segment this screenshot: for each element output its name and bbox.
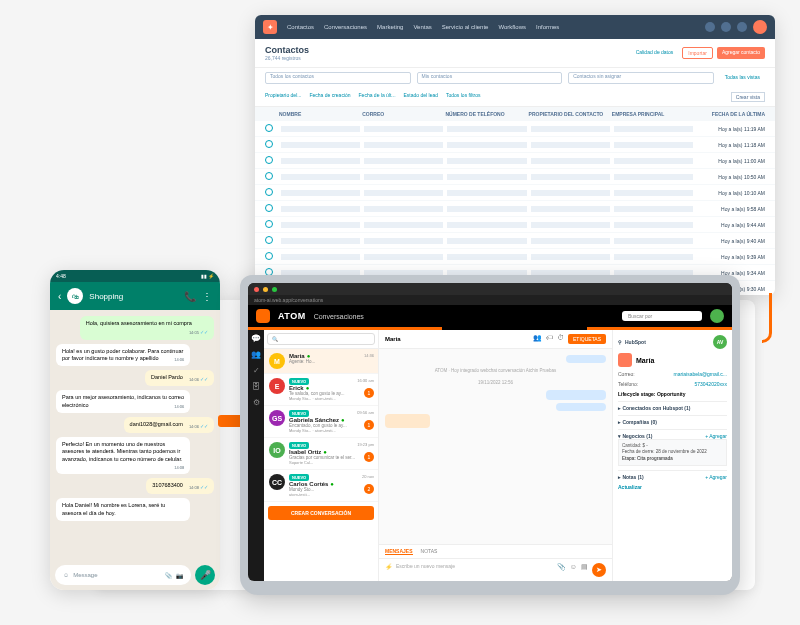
import-button[interactable]: Importar [682,47,713,59]
message-input[interactable]: Escribe un nuevo mensaje [396,563,553,577]
row-checkbox-icon[interactable] [265,188,273,196]
maximize-window-icon[interactable] [272,287,277,292]
row-checkbox-icon[interactable] [265,204,273,212]
sidebar-tasks-icon[interactable]: ✓ [251,366,261,376]
sidebar-settings-icon[interactable]: ⚙ [251,398,261,408]
col-name[interactable]: NOMBRE [279,111,362,117]
table-row[interactable]: Hoy a la(s) 9:44 AM [255,217,775,233]
nav-ventas[interactable]: Ventas [413,24,431,30]
tab-notes[interactable]: NOTAS [421,548,438,555]
chat-title[interactable]: Shopping [89,292,178,301]
menu-icon[interactable]: ⋮ [202,291,212,302]
row-checkbox-icon[interactable] [265,252,273,260]
sidebar-contacts-icon[interactable]: 👥 [251,350,261,360]
filter-all[interactable]: Todos los filtros [446,92,480,102]
nav-marketing[interactable]: Marketing [377,24,403,30]
conversation-item[interactable]: ENUEVO Erick ●Te saluda, con gusto le ay… [264,374,378,406]
update-button[interactable]: Actualizar [618,484,727,490]
table-row[interactable]: Hoy a la(s) 9:58 AM [255,201,775,217]
conv-search-input[interactable]: 🔍 [267,333,375,345]
tag-icon[interactable]: 🏷 [546,334,553,344]
nav-workflows[interactable]: Workflows [498,24,526,30]
conversation-item[interactable]: IONUEVO Isabel Ortiz ●Gracias por comuni… [264,438,378,470]
notes-section[interactable]: ▸ Notas (1)+ Agregar [618,474,727,480]
tab-messages[interactable]: MENSAJES [385,548,413,555]
nav-conversaciones[interactable]: Conversaciones [324,24,367,30]
group-icon[interactable]: 👥 [533,334,542,344]
col-company[interactable]: EMPRESA PRINCIPAL [612,111,695,117]
user-avatar[interactable] [710,309,724,323]
settings-icon[interactable] [705,22,715,32]
address-bar[interactable]: atom-ai.web.app/conversations [248,295,732,305]
row-date: Hoy a la(s) 9:58 AM [695,206,765,212]
nav-contactos[interactable]: Contactos [287,24,314,30]
tags-button[interactable]: ETIQUETAS [568,334,606,344]
filter-create-date[interactable]: Fecha de creación [309,92,350,102]
table-row[interactable]: Hoy a la(s) 11:18 AM [255,137,775,153]
global-search[interactable]: Buscar por [622,311,702,321]
row-date: Hoy a la(s) 10:10 AM [695,190,765,196]
col-phone[interactable]: NÚMERO DE TELÉFONO [445,111,528,117]
deal-card[interactable]: Cantidad: $ - Fecha de cierre: 28 de nov… [618,439,727,466]
add-deal-button[interactable]: + Agregar [705,433,727,439]
send-button[interactable]: ➤ [592,563,606,577]
table-row[interactable]: Hoy a la(s) 11:19 AM [255,121,775,137]
user-avatar[interactable] [753,20,767,34]
create-view-button[interactable]: Crear vista [731,92,765,102]
emoji-icon[interactable]: ☺ [570,563,577,577]
table-row[interactable]: Hoy a la(s) 9:39 AM [255,249,775,265]
view-unassigned[interactable]: Contactos sin asignar [568,72,714,84]
conversation-item[interactable]: MMaria ●Agente: Ho...14:36 [264,349,378,374]
row-checkbox-icon[interactable] [265,140,273,148]
filter-last-date[interactable]: Fecha de la últ... [359,92,396,102]
row-checkbox-icon[interactable] [265,220,273,228]
filter-lead-status[interactable]: Estado del lead [404,92,438,102]
sidebar-chat-icon[interactable]: 💬 [251,334,261,344]
template-icon[interactable]: ▤ [581,563,588,577]
row-checkbox-icon[interactable] [265,124,273,132]
row-checkbox-icon[interactable] [265,236,273,244]
col-email[interactable]: CORREO [362,111,445,117]
close-window-icon[interactable] [254,287,259,292]
table-row[interactable]: Hoy a la(s) 10:50 AM [255,169,775,185]
notifications-icon[interactable] [721,22,731,32]
lifecycle-stage: Lifecycle stage: Opportunity [618,391,686,397]
all-views-link[interactable]: Todas las vistas [720,72,765,84]
col-owner[interactable]: PROPIETARIO DEL CONTACTO [529,111,612,117]
minimize-window-icon[interactable] [263,287,268,292]
bolt-icon[interactable]: ⚡ [385,563,392,577]
call-icon[interactable]: 📞 [184,291,196,302]
nav-servicio[interactable]: Servicio al cliente [442,24,489,30]
table-row[interactable]: Hoy a la(s) 11:00 AM [255,153,775,169]
attach-icon[interactable]: 📎 [165,572,172,579]
emoji-icon[interactable]: ☺ [63,572,69,578]
companies-section[interactable]: ▸ Compañías (0) [618,419,727,425]
connected-section[interactable]: ▸ Conectados con Hubspot (1) [618,405,727,411]
table-row[interactable]: Hoy a la(s) 10:10 AM [255,185,775,201]
timer-icon[interactable]: ⏱ [557,334,564,344]
data-quality-button[interactable]: Calidad de datos [631,47,679,59]
add-note-button[interactable]: + Agregar [705,474,727,480]
chat-avatar[interactable]: 🛍 [67,288,83,304]
mic-button[interactable]: 🎤 [195,565,215,585]
help-icon[interactable] [737,22,747,32]
view-my-contacts[interactable]: Mis contactos [417,72,563,84]
chat-bubble [385,414,430,428]
nav-informes[interactable]: Informes [536,24,559,30]
table-row[interactable]: Hoy a la(s) 9:40 AM [255,233,775,249]
attach-icon[interactable]: 📎 [557,563,566,577]
conv-meta: Mondy Sto... · atom-testi... [289,428,373,433]
camera-icon[interactable]: 📷 [176,572,183,579]
row-checkbox-icon[interactable] [265,172,273,180]
view-all-contacts[interactable]: Todos los contactos [265,72,411,84]
conversation-item[interactable]: CCNUEVO Carlos Cortés ●Mondy Sto...atom-… [264,470,378,502]
col-date[interactable]: FECHA DE LA ÚLTIMA [695,111,765,117]
create-conversation-button[interactable]: CREAR CONVERSACIÓN [268,506,374,520]
conversation-item[interactable]: GSNUEVO Gabriela Sánchez ●Encantado, con… [264,406,378,438]
filter-owner[interactable]: Propietario del... [265,92,301,102]
message-input[interactable]: ☺ Message 📎 📷 [55,565,191,585]
row-checkbox-icon[interactable] [265,156,273,164]
add-contact-button[interactable]: Agregar contacto [717,47,765,59]
sidebar-archive-icon[interactable]: 🗄 [251,382,261,392]
back-icon[interactable]: ‹ [58,291,61,302]
